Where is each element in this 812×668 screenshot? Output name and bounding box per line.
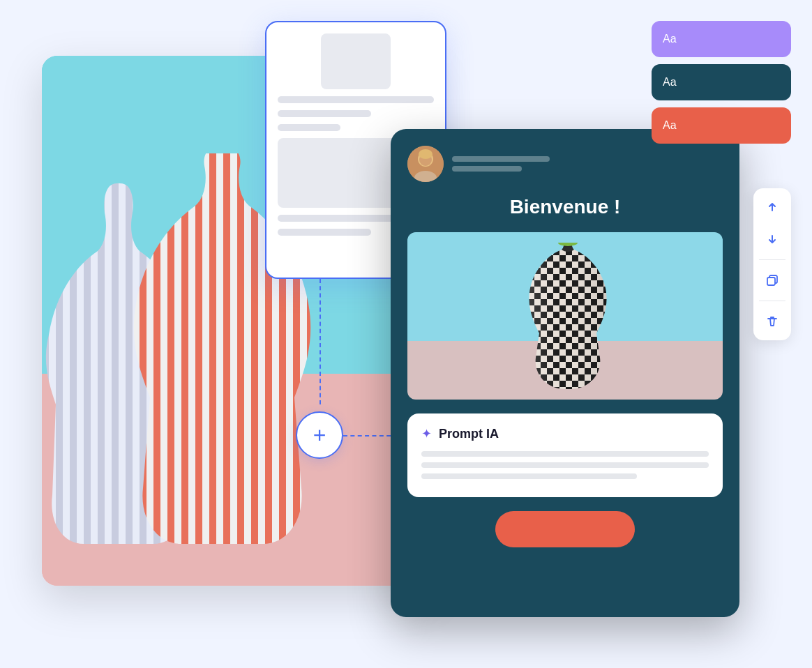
prompt-line-1 [421,451,709,457]
email-header [407,146,723,182]
vertical-connector [319,279,321,404]
template-line-1 [278,96,434,103]
swatch-teal-label: Aa [663,76,677,89]
avatar [407,146,444,182]
email-product-image [407,232,723,400]
checkered-vase-svg [509,243,621,389]
svg-rect-14 [767,278,775,285]
tool-divider-1 [759,259,785,260]
email-title: Bienvenue ! [407,196,723,218]
svg-point-7 [419,149,433,159]
sparkle-icon: ✦ [421,426,432,441]
swatch-orange[interactable]: Aa [652,107,791,144]
cta-button[interactable] [495,511,635,547]
delete-button[interactable] [759,308,785,335]
scene: Bienvenue ! [0,0,812,668]
email-card: Bienvenue ! [391,129,739,617]
duplicate-button[interactable] [759,267,785,294]
swatch-purple[interactable]: Aa [652,21,791,57]
move-down-button[interactable] [759,226,785,252]
prompt-line-2 [421,462,709,468]
checkered-bg [407,232,723,400]
template-line-3 [278,124,340,131]
color-swatches: Aa Aa Aa [652,21,791,144]
swatch-teal[interactable]: Aa [652,64,791,100]
prompt-line-3 [421,473,637,479]
header-line-name [452,156,550,162]
prompt-card: ✦ Prompt IA [407,413,723,497]
avatar-image [407,146,444,182]
template-line-2 [278,110,371,117]
template-image-placeholder [321,33,391,89]
cta-container [407,511,723,547]
prompt-title: Prompt IA [439,427,499,441]
header-line-sub [452,166,522,172]
tool-divider-2 [759,301,785,301]
move-up-button[interactable] [759,194,785,220]
template-line-5 [278,229,371,236]
sidebar-tools [753,188,791,340]
prompt-header: ✦ Prompt IA [421,426,709,441]
swatch-orange-label: Aa [663,119,677,132]
header-info [452,156,550,172]
plus-button[interactable] [296,411,343,459]
swatch-purple-label: Aa [663,33,677,45]
